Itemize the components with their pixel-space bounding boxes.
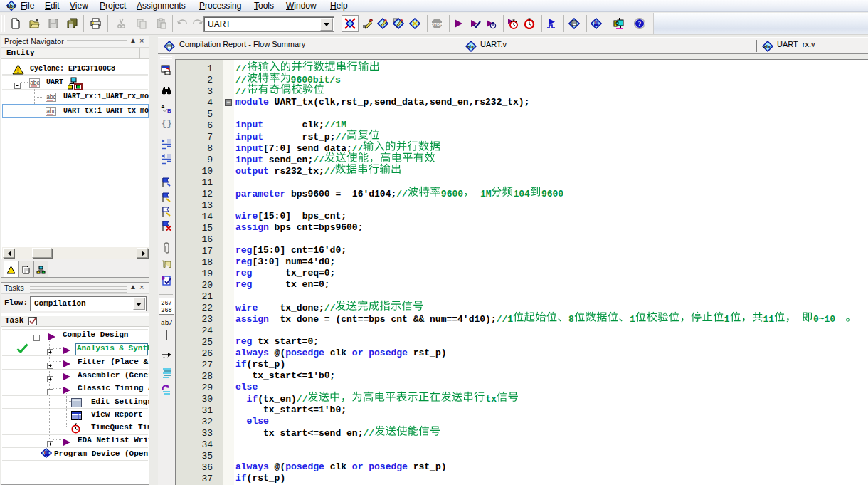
svg-text:268: 268	[161, 307, 171, 314]
svg-text:ab/: ab/	[161, 319, 172, 327]
svg-text:A: A	[161, 103, 165, 110]
svg-text:B: B	[167, 108, 171, 114]
svg-text:abc: abc	[46, 93, 56, 100]
svg-text:abc: abc	[7, 4, 16, 9]
svg-text:abc: abc	[30, 79, 40, 86]
svg-text:267: 267	[161, 300, 171, 307]
svg-text:{}: {}	[162, 119, 171, 129]
svg-text:abc: abc	[46, 108, 56, 115]
